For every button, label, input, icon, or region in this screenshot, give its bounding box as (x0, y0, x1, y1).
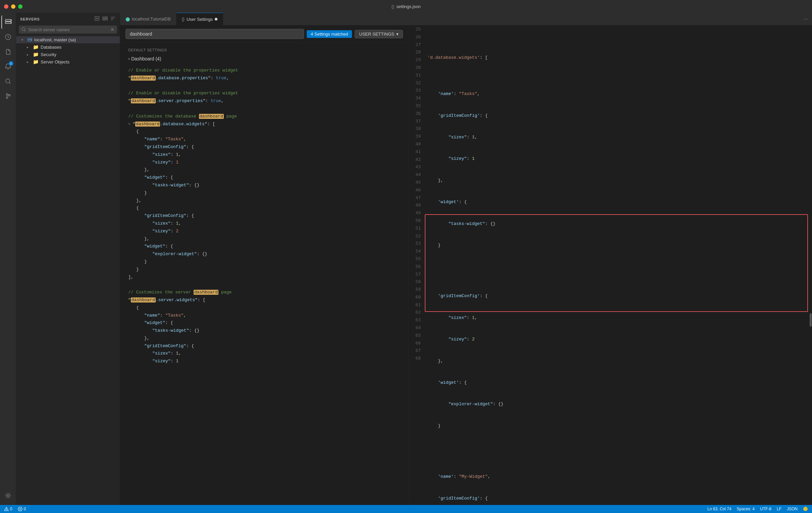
code-line: } (128, 258, 400, 266)
search-input[interactable] (28, 27, 108, 32)
status-line-ending[interactable]: LF (777, 507, 781, 511)
line-num: 67 (409, 347, 421, 354)
json-line-31: "sizey": 1 (428, 155, 804, 163)
sidebar-actions (94, 16, 116, 23)
line-num: 65 (409, 332, 421, 340)
activity-settings[interactable] (1, 489, 15, 502)
status-warnings[interactable]: 0 (4, 507, 12, 511)
new-query-icon[interactable] (94, 16, 100, 23)
scrollbar-thumb[interactable] (810, 313, 812, 327)
activity-clock[interactable] (1, 30, 15, 44)
code-comment: // Enable or disable the properties widg… (128, 90, 400, 97)
tree-item-security[interactable]: ▸ 📁 Security (16, 51, 120, 58)
line-num: 35 (409, 102, 421, 110)
group-header[interactable]: Dashboard (4) (128, 56, 400, 61)
clear-search-icon[interactable]: ✕ (110, 27, 114, 32)
line-num: 37 (409, 117, 421, 125)
line-num: 28 (409, 48, 421, 56)
maximize-button[interactable] (18, 4, 23, 9)
line-num: 40 (409, 140, 421, 148)
tree-item-server-objects[interactable]: ▸ 📁 Server Objects (16, 58, 120, 65)
line-num: 26 (409, 33, 421, 41)
activity-servers[interactable] (1, 16, 15, 29)
tree-item-localhost[interactable]: ▾ localhost, master (sa) (16, 36, 120, 43)
code-line: "dashboard.server.widgets": [ (128, 296, 400, 304)
search-box[interactable]: ✕ (19, 26, 117, 33)
git-icon (5, 93, 11, 99)
close-button[interactable] (4, 4, 8, 9)
minimize-button[interactable] (11, 4, 16, 9)
line-num: 46 (409, 186, 421, 194)
line-num: 41 (409, 148, 421, 156)
tab-label: localhost:TutorialDB (132, 17, 171, 22)
title-bar: {} settings.json (0, 0, 812, 13)
tab-server[interactable]: ⬤ localhost:TutorialDB (120, 13, 176, 25)
json-line-47: 'name': "My-Widget", (428, 473, 804, 481)
tree-item-label: Databases (40, 45, 117, 50)
app-container: 1 SERVERS (0, 13, 812, 505)
highlight-dashboard: dashboard (199, 114, 224, 119)
scrollbar[interactable] (809, 26, 812, 505)
chevron-down-icon: ▾ (22, 38, 26, 42)
tree-item-label: localhost, master (sa) (34, 37, 117, 42)
tree-item-databases[interactable]: ▸ 📁 Databases (16, 43, 120, 51)
code-line: "sizey": 1 (128, 357, 400, 365)
highlight-dashboard: dashboard (194, 290, 219, 295)
settings-scope-selector[interactable]: USER SETTINGS ▾ (355, 30, 403, 38)
sidebar-header: SERVERS (16, 13, 120, 26)
tab-settings[interactable]: {} User Settings (176, 13, 223, 25)
status-encoding[interactable]: UTF-8 (760, 507, 772, 511)
json-code[interactable]: 'd.database.widgets': [ 'name': "Tasks",… (425, 26, 809, 505)
json-line-45 (428, 444, 804, 444)
line-num: 38 (409, 125, 421, 133)
json-line-37 (428, 278, 804, 279)
activity-notifications[interactable]: 1 (1, 60, 15, 73)
status-position[interactable]: Ln 63, Col 74 (707, 507, 731, 511)
line-num: 36 (409, 110, 421, 117)
gear-icon (5, 492, 11, 499)
settings-search-input[interactable] (125, 29, 304, 39)
code-line: "name": "Tasks", (128, 136, 400, 143)
status-spaces[interactable]: Spaces: 4 (737, 507, 755, 511)
tab-label: User Settings (186, 17, 213, 22)
json-line-25 (428, 39, 804, 40)
activity-search[interactable] (1, 75, 15, 88)
code-line: { (128, 205, 400, 212)
status-errors[interactable]: 0 (18, 507, 26, 511)
highlight-dashboard: dashboard (131, 98, 156, 103)
status-emoji[interactable]: 🙂 (803, 507, 808, 511)
server-tab-icon: ⬤ (125, 17, 130, 22)
json-line-34: "tasks-widget": {} (428, 220, 804, 228)
code-line: "widget": { (128, 243, 400, 250)
content-area: ⬤ localhost:TutorialDB {} User Settings … (120, 13, 812, 505)
line-num: 48 (409, 201, 421, 209)
code-comment: // Customizes the server dashboard page (128, 289, 400, 296)
json-line-44: } (428, 422, 804, 430)
json-line-35: } (428, 242, 804, 249)
window-controls[interactable] (4, 4, 23, 9)
new-server-icon[interactable] (102, 16, 108, 23)
collapse-all-icon[interactable] (110, 16, 116, 23)
code-line: "sizey": 2 (128, 227, 400, 235)
line-num: 59 (409, 286, 421, 293)
server-tree: ▾ localhost, master (sa) ▸ 📁 Databases ▸… (16, 36, 120, 65)
code-line: ✎ "dashboard.database.widgets": [ (128, 120, 400, 128)
svg-rect-12 (103, 19, 107, 20)
json-line-33: 'widget': { (428, 198, 804, 206)
json-panel: 25 26 27 28 29 30 31 32 33 34 35 36 37 3… (409, 26, 812, 505)
activity-files[interactable] (1, 45, 15, 58)
more-tabs-icon[interactable]: ··· (800, 16, 812, 22)
settings-code: // Enable or disable the properties widg… (128, 67, 400, 365)
line-num: 68 (409, 354, 421, 362)
line-numbers: 25 26 27 28 29 30 31 32 33 34 35 36 37 3… (409, 26, 425, 505)
svg-point-16 (31, 38, 31, 39)
json-line-29: 'gridItemConfig': { (428, 112, 804, 120)
activity-git[interactable] (1, 89, 15, 103)
line-num: 50 (409, 217, 421, 224)
json-line-27 (428, 76, 804, 77)
clock-icon (5, 33, 11, 40)
line-num: 62 (409, 308, 421, 316)
status-language[interactable]: JSON (787, 507, 798, 511)
status-bar: 0 0 Ln 63, Col 74 Spaces: 4 UTF-8 LF JSO… (0, 505, 812, 513)
line-num: 30 (409, 64, 421, 72)
